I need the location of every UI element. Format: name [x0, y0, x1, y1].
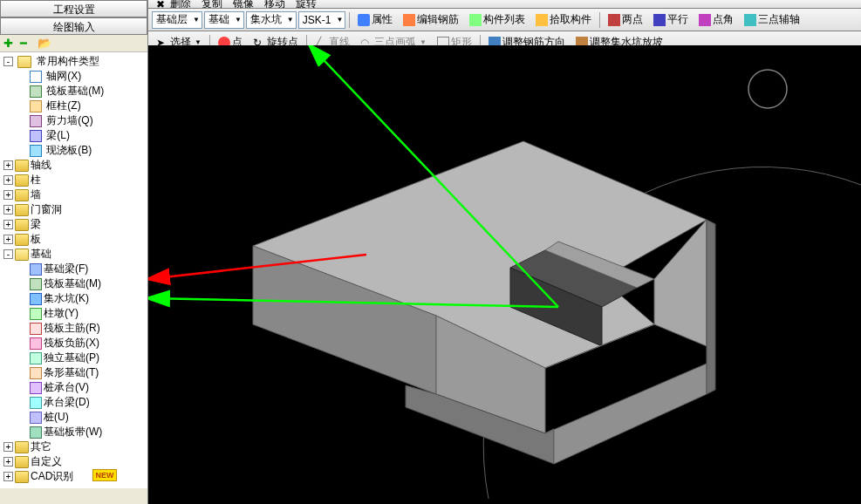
tab-engineering-settings[interactable]: 工程设置	[0, 0, 147, 17]
toolbar-row-2: 基础层▼ 基础▼ 集水坑▼ JSK-1▼ 属性 编辑钢筋 构件列表 拾取构件 两…	[148, 9, 861, 31]
pier-icon	[30, 308, 42, 320]
tree-node-cad[interactable]: +CAD识别NEW	[3, 469, 147, 484]
expand-icon[interactable]: +	[3, 190, 13, 200]
chevron-down-icon: ▼	[287, 16, 294, 24]
expand-icon[interactable]: +	[3, 220, 13, 229]
expand-icon[interactable]: +	[3, 205, 13, 215]
tree-node-foundation[interactable]: -基础	[3, 247, 147, 262]
tree-label: 其它	[31, 440, 51, 453]
tree-label: 筏板基础(M)	[46, 85, 104, 97]
tree-label: 筏板基础(M)	[44, 277, 101, 289]
tree-label: 自定义	[31, 455, 62, 467]
move-button[interactable]: 移动	[260, 0, 290, 9]
tree-item-indep-foundation[interactable]: 独立基础(P)	[3, 351, 147, 365]
mirror-button[interactable]: 镜像	[229, 0, 258, 9]
rebar-icon	[403, 14, 415, 26]
tree-item[interactable]: 剪力墙(Q)	[3, 113, 147, 128]
tree-item-foundation-beam[interactable]: 基础梁(F)	[3, 262, 147, 276]
tree-item[interactable]: 梁(L)	[3, 128, 147, 143]
id-dropdown[interactable]: JSK-1▼	[298, 11, 346, 29]
copy-button[interactable]: 复制	[197, 0, 227, 9]
folder-icon	[15, 189, 29, 201]
tree-item[interactable]: 现浇板(B)	[3, 143, 147, 158]
svg-marker-10	[545, 364, 707, 464]
rotate-button[interactable]: 旋转	[291, 0, 321, 9]
tree-item[interactable]: 轴网(X)	[3, 69, 147, 84]
capbeam-icon	[30, 397, 42, 409]
tree-label: CAD识别	[31, 470, 73, 482]
expand-icon[interactable]: +	[3, 175, 13, 185]
edit-rebar-button[interactable]: 编辑钢筋	[399, 11, 463, 29]
tree-node[interactable]: +梁	[3, 217, 147, 232]
parallel-button[interactable]: 平行	[649, 11, 693, 29]
raft-icon	[30, 278, 42, 290]
tree-label: 门窗洞	[31, 203, 62, 215]
properties-button[interactable]: 属性	[353, 11, 397, 29]
tree-label: 轴线	[31, 159, 51, 171]
element-dropdown[interactable]: 集水坑▼	[246, 11, 297, 29]
tree-label: 基础板带(W)	[44, 426, 102, 438]
tree-node-root[interactable]: - 常用构件类型	[3, 54, 147, 69]
tree-item-pier[interactable]: 柱墩(Y)	[3, 306, 147, 321]
pile-icon	[30, 412, 42, 424]
tree-label: 柱墩(Y)	[44, 307, 79, 319]
type-dropdown[interactable]: 基础▼	[204, 11, 244, 29]
folder-icon[interactable]: 📂	[38, 37, 50, 49]
tree-node[interactable]: +柱	[3, 173, 147, 187]
parallel-icon	[653, 14, 666, 26]
list-icon	[469, 14, 482, 26]
3d-viewport[interactable]	[148, 45, 861, 504]
tree-label: 墙	[31, 188, 41, 201]
two-point-button[interactable]: 两点	[604, 11, 647, 29]
tree-item-main-rebar[interactable]: 筏板主筋(R)	[3, 321, 147, 336]
tree-item-neg-rebar[interactable]: 筏板负筋(X)	[3, 336, 147, 351]
point-angle-button[interactable]: 点角	[694, 11, 738, 29]
tree-item-strip-foundation[interactable]: 条形基础(T)	[3, 365, 147, 380]
expand-icon[interactable]: +	[3, 457, 13, 467]
delete-button[interactable]: ✖删除	[152, 0, 195, 9]
tree-label: 轴网(X)	[46, 70, 81, 82]
three-point-aux-button[interactable]: 三点辅轴	[740, 11, 804, 29]
tree-label: 基础	[31, 248, 51, 260]
folder-icon	[15, 471, 29, 483]
tree-node[interactable]: +轴线	[3, 158, 147, 173]
folder-icon	[15, 441, 29, 453]
column-icon	[30, 100, 42, 112]
tree-item-raft-foundation[interactable]: 筏板基础(M)	[3, 276, 147, 291]
new-badge-icon: NEW	[92, 469, 117, 481]
expand-icon[interactable]: +	[3, 472, 13, 481]
expand-icon[interactable]: +	[3, 442, 13, 452]
component-list-button[interactable]: 构件列表	[465, 11, 530, 29]
folder-icon	[15, 456, 29, 468]
tree-item-cap-beam[interactable]: 承台梁(D)	[3, 395, 147, 410]
tree-node[interactable]: +板	[3, 232, 147, 247]
tree-item-pile[interactable]: 桩(U)	[3, 410, 147, 425]
collapse-all-icon[interactable]: ━	[20, 37, 32, 49]
tab-drawing-input[interactable]: 绘图输入	[0, 17, 147, 35]
expand-icon[interactable]: +	[3, 235, 13, 244]
layer-dropdown[interactable]: 基础层▼	[152, 11, 202, 29]
tree-item-foundation-band[interactable]: 基础板带(W)	[3, 425, 147, 439]
tree-label: 条形基础(T)	[44, 366, 99, 378]
tree-label: 板	[31, 233, 41, 245]
tree-label: 独立基础(P)	[44, 351, 99, 364]
collapse-icon[interactable]: -	[3, 57, 13, 66]
tree-node[interactable]: +自定义	[3, 454, 147, 469]
tree-item[interactable]: 框柱(Z)	[3, 99, 147, 113]
pick-component-button[interactable]: 拾取构件	[531, 11, 596, 29]
pick-icon	[536, 14, 548, 26]
folder-open-icon	[17, 56, 31, 68]
tree-item[interactable]: 筏板基础(M)	[3, 84, 147, 99]
folder-icon	[15, 174, 29, 187]
component-tree[interactable]: - 常用构件类型 轴网(X) 筏板基础(M) 框柱(Z) 剪力墙(Q) 梁(L)…	[0, 52, 147, 488]
tree-node[interactable]: +墙	[3, 187, 147, 202]
collapse-icon[interactable]: -	[3, 249, 13, 259]
expand-all-icon[interactable]: ✚	[3, 37, 16, 49]
tree-label: 现浇板(B)	[46, 144, 92, 156]
tree-item-pile-cap[interactable]: 桩承台(V)	[3, 380, 147, 395]
tree-item-sump[interactable]: 集水坑(K)	[3, 291, 147, 306]
tree-label: 柱	[31, 174, 41, 186]
expand-icon[interactable]: +	[3, 160, 13, 170]
tree-node[interactable]: +其它	[3, 439, 147, 454]
tree-node[interactable]: +门窗洞	[3, 202, 147, 217]
